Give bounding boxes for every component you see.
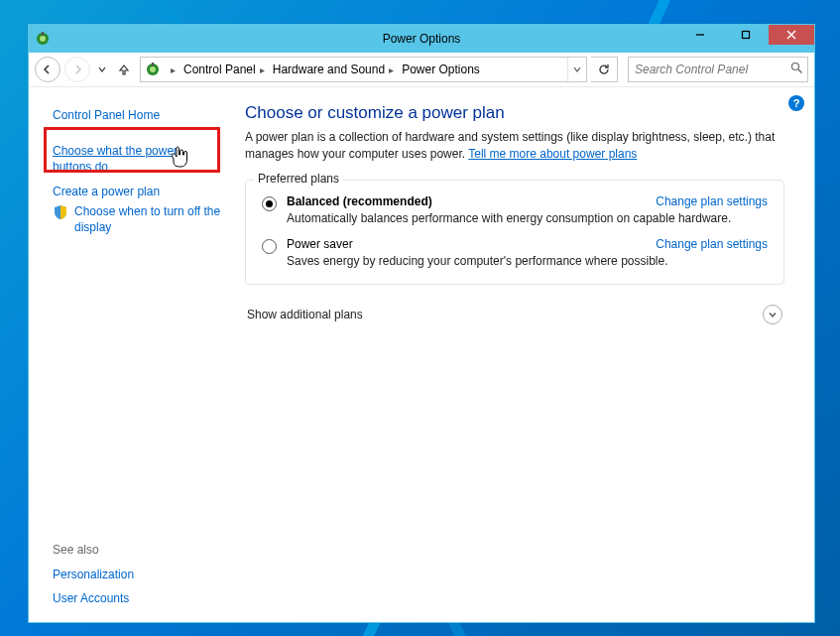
svg-rect-9	[152, 63, 154, 66]
breadcrumb-control-panel[interactable]: Control Panel▸	[180, 58, 269, 81]
see-also-user-accounts[interactable]: User Accounts	[53, 590, 227, 606]
search-box[interactable]	[628, 57, 808, 82]
chevron-right-icon: ▸	[260, 64, 265, 75]
breadcrumb-label: Hardware and Sound	[273, 63, 385, 76]
change-plan-settings-link[interactable]: Change plan settings	[656, 237, 768, 251]
learn-more-link[interactable]: Tell me more about power plans	[468, 147, 637, 161]
plan-balanced: Balanced (recommended) Change plan setti…	[262, 194, 768, 225]
plan-balanced-radio[interactable]	[262, 196, 277, 211]
chevron-down-icon	[763, 305, 782, 324]
close-button[interactable]	[769, 25, 814, 45]
sidebar-link-turn-off-display[interactable]: Choose when to turn off the display	[74, 203, 223, 235]
expander-label: Show additional plans	[247, 308, 363, 321]
search-input[interactable]	[633, 62, 790, 77]
plan-power-saver: Power saver Change plan settings Saves e…	[262, 237, 768, 268]
sidebar: Control Panel Home Choose what the power…	[29, 87, 239, 622]
svg-rect-4	[743, 32, 750, 39]
nav-history-dropdown[interactable]	[94, 58, 110, 81]
svg-point-10	[792, 64, 799, 70]
chevron-right-icon: ▸	[389, 64, 394, 75]
page-heading: Choose or customize a power plan	[245, 103, 784, 123]
plan-power-saver-radio[interactable]	[262, 239, 277, 254]
nav-forward-button[interactable]	[64, 57, 90, 82]
sidebar-link-choose-power-buttons[interactable]: Choose what the power buttons do	[53, 143, 186, 175]
page-description: A power plan is a collection of hardware…	[245, 129, 784, 164]
change-plan-settings-link[interactable]: Change plan settings	[656, 194, 768, 208]
title-bar: Power Options	[29, 25, 814, 53]
sidebar-home-link[interactable]: Control Panel Home	[53, 107, 227, 123]
breadcrumb-root[interactable]: ▸	[167, 58, 180, 81]
help-button[interactable]: ?	[788, 95, 804, 111]
power-options-window: Power Options	[28, 24, 815, 623]
title-buttons	[677, 25, 814, 45]
minimize-button[interactable]	[677, 25, 723, 45]
refresh-icon	[597, 63, 611, 76]
shield-icon	[53, 204, 68, 220]
preferred-plans-group: Preferred plans Balanced (recommended) C…	[245, 180, 784, 285]
content-area: ? Control Panel Home Choose what the pow…	[29, 87, 814, 622]
address-bar[interactable]: ▸ Control Panel▸ Hardware and Sound▸ Pow…	[140, 57, 587, 82]
breadcrumb-label: Control Panel	[183, 63, 256, 76]
plan-name: Balanced (recommended)	[287, 194, 432, 208]
plan-name: Power saver	[287, 237, 353, 251]
address-bar-dropdown[interactable]	[567, 58, 586, 81]
sidebar-link-create-power-plan[interactable]: Create a power plan	[53, 184, 227, 199]
address-bar-icon	[145, 62, 161, 77]
plan-description: Automatically balances performance with …	[287, 211, 768, 225]
svg-point-8	[150, 66, 156, 72]
see-also-heading: See also	[53, 543, 227, 557]
plan-description: Saves energy by reducing your computer's…	[287, 254, 768, 268]
chevron-right-icon: ▸	[171, 64, 176, 75]
preferred-plans-label: Preferred plans	[254, 172, 343, 186]
chevron-down-icon	[573, 65, 581, 73]
breadcrumb-power-options[interactable]: Power Options	[398, 58, 484, 81]
show-additional-plans-expander[interactable]: Show additional plans	[245, 301, 784, 328]
breadcrumb-label: Power Options	[402, 63, 480, 76]
search-icon	[790, 62, 803, 77]
breadcrumb-hardware-and-sound[interactable]: Hardware and Sound▸	[269, 58, 398, 81]
refresh-button[interactable]	[591, 57, 618, 82]
nav-back-button[interactable]	[35, 57, 60, 82]
maximize-button[interactable]	[723, 25, 769, 45]
svg-line-11	[798, 69, 802, 73]
nav-bar: ▸ Control Panel▸ Hardware and Sound▸ Pow…	[29, 53, 814, 87]
nav-up-button[interactable]	[114, 60, 134, 79]
see-also-personalization[interactable]: Personalization	[53, 567, 227, 582]
main-panel: Choose or customize a power plan A power…	[239, 87, 814, 622]
cursor-hand-icon	[171, 145, 190, 172]
